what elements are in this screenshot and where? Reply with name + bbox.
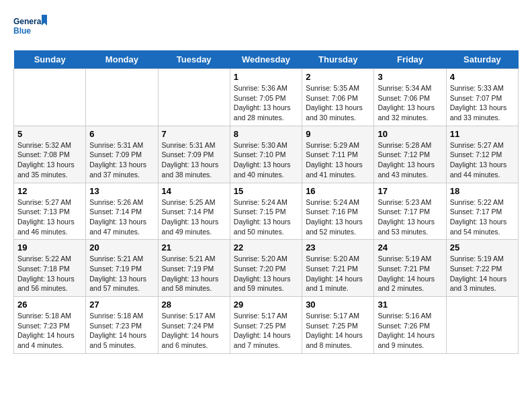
cell-content: Sunrise: 5:33 AMSunset: 7:07 PMDaylight:… <box>450 83 515 123</box>
day-number: 29 <box>234 300 298 310</box>
calendar-cell: 21Sunrise: 5:21 AMSunset: 7:19 PMDayligh… <box>158 240 230 297</box>
day-number: 5 <box>17 129 82 139</box>
day-number: 25 <box>450 242 515 253</box>
day-number: 27 <box>89 300 154 310</box>
cell-content: Sunrise: 5:21 AMSunset: 7:19 PMDaylight:… <box>162 254 226 293</box>
day-number: 22 <box>234 242 298 253</box>
calendar-week-row: 26Sunrise: 5:18 AMSunset: 7:23 PMDayligh… <box>14 297 519 354</box>
svg-marker-2 <box>42 15 47 26</box>
cell-content: Sunrise: 5:36 AMSunset: 7:05 PMDaylight:… <box>234 83 298 123</box>
calendar-cell: 20Sunrise: 5:21 AMSunset: 7:19 PMDayligh… <box>86 240 158 297</box>
day-number: 8 <box>234 129 298 139</box>
calendar-cell <box>14 69 86 126</box>
cell-content: Sunrise: 5:22 AMSunset: 7:17 PMDaylight:… <box>450 197 515 237</box>
cell-content: Sunrise: 5:20 AMSunset: 7:20 PMDaylight:… <box>234 254 298 293</box>
day-number: 14 <box>162 186 226 196</box>
day-number: 30 <box>306 300 370 310</box>
cell-content: Sunrise: 5:24 AMSunset: 7:15 PMDaylight:… <box>234 197 298 237</box>
day-number: 3 <box>378 72 442 82</box>
calendar-cell: 7Sunrise: 5:31 AMSunset: 7:09 PMDaylight… <box>158 126 230 183</box>
cell-content: Sunrise: 5:24 AMSunset: 7:16 PMDaylight:… <box>306 197 370 237</box>
calendar-week-row: 19Sunrise: 5:22 AMSunset: 7:18 PMDayligh… <box>14 240 519 297</box>
calendar-cell: 1Sunrise: 5:36 AMSunset: 7:05 PMDaylight… <box>230 69 302 126</box>
logo-svg: General Blue <box>13 13 47 44</box>
weekday-header-sunday: Sunday <box>14 50 86 69</box>
day-number: 20 <box>89 242 154 253</box>
calendar-cell: 15Sunrise: 5:24 AMSunset: 7:15 PMDayligh… <box>230 183 302 240</box>
cell-content: Sunrise: 5:30 AMSunset: 7:10 PMDaylight:… <box>234 140 298 180</box>
cell-content: Sunrise: 5:31 AMSunset: 7:09 PMDaylight:… <box>162 140 226 180</box>
day-number: 9 <box>306 129 370 139</box>
cell-content: Sunrise: 5:19 AMSunset: 7:21 PMDaylight:… <box>378 254 442 293</box>
svg-text:General: General <box>13 17 44 26</box>
day-number: 12 <box>17 186 82 196</box>
calendar-cell: 4Sunrise: 5:33 AMSunset: 7:07 PMDaylight… <box>446 69 518 126</box>
calendar-cell: 26Sunrise: 5:18 AMSunset: 7:23 PMDayligh… <box>14 297 86 354</box>
calendar-cell: 28Sunrise: 5:17 AMSunset: 7:24 PMDayligh… <box>158 297 230 354</box>
day-number: 18 <box>450 186 515 196</box>
cell-content: Sunrise: 5:20 AMSunset: 7:21 PMDaylight:… <box>306 254 370 293</box>
weekday-header-tuesday: Tuesday <box>158 50 230 69</box>
cell-content: Sunrise: 5:18 AMSunset: 7:23 PMDaylight:… <box>89 311 154 351</box>
calendar-cell: 12Sunrise: 5:27 AMSunset: 7:13 PMDayligh… <box>14 183 86 240</box>
cell-content: Sunrise: 5:32 AMSunset: 7:08 PMDaylight:… <box>17 140 82 180</box>
svg-text:Blue: Blue <box>13 26 31 36</box>
cell-content: Sunrise: 5:26 AMSunset: 7:14 PMDaylight:… <box>89 197 154 237</box>
day-number: 11 <box>450 129 515 139</box>
calendar-cell: 27Sunrise: 5:18 AMSunset: 7:23 PMDayligh… <box>86 297 158 354</box>
weekday-header-wednesday: Wednesday <box>230 50 302 69</box>
cell-content: Sunrise: 5:19 AMSunset: 7:22 PMDaylight:… <box>450 254 515 293</box>
calendar-cell <box>86 69 158 126</box>
cell-content: Sunrise: 5:34 AMSunset: 7:06 PMDaylight:… <box>378 83 442 123</box>
calendar-cell: 10Sunrise: 5:28 AMSunset: 7:12 PMDayligh… <box>374 126 446 183</box>
day-number: 23 <box>306 242 370 253</box>
calendar-cell: 22Sunrise: 5:20 AMSunset: 7:20 PMDayligh… <box>230 240 302 297</box>
calendar-cell: 6Sunrise: 5:31 AMSunset: 7:09 PMDaylight… <box>86 126 158 183</box>
calendar-cell <box>446 297 518 354</box>
cell-content: Sunrise: 5:27 AMSunset: 7:12 PMDaylight:… <box>450 140 515 180</box>
cell-content: Sunrise: 5:17 AMSunset: 7:25 PMDaylight:… <box>234 311 298 351</box>
calendar-week-row: 1Sunrise: 5:36 AMSunset: 7:05 PMDaylight… <box>14 69 519 126</box>
calendar-week-row: 5Sunrise: 5:32 AMSunset: 7:08 PMDaylight… <box>14 126 519 183</box>
day-number: 2 <box>306 72 370 82</box>
weekday-header-saturday: Saturday <box>446 50 518 69</box>
cell-content: Sunrise: 5:27 AMSunset: 7:13 PMDaylight:… <box>17 197 82 237</box>
calendar-cell: 11Sunrise: 5:27 AMSunset: 7:12 PMDayligh… <box>446 126 518 183</box>
cell-content: Sunrise: 5:18 AMSunset: 7:23 PMDaylight:… <box>17 311 82 351</box>
day-number: 15 <box>234 186 298 196</box>
weekday-header-row: SundayMondayTuesdayWednesdayThursdayFrid… <box>14 50 519 69</box>
day-number: 6 <box>89 129 154 139</box>
day-number: 31 <box>378 300 442 310</box>
cell-content: Sunrise: 5:31 AMSunset: 7:09 PMDaylight:… <box>89 140 154 180</box>
calendar-cell: 31Sunrise: 5:16 AMSunset: 7:26 PMDayligh… <box>374 297 446 354</box>
calendar-cell: 3Sunrise: 5:34 AMSunset: 7:06 PMDaylight… <box>374 69 446 126</box>
calendar-cell: 17Sunrise: 5:23 AMSunset: 7:17 PMDayligh… <box>374 183 446 240</box>
calendar-cell: 5Sunrise: 5:32 AMSunset: 7:08 PMDaylight… <box>14 126 86 183</box>
calendar-cell: 30Sunrise: 5:17 AMSunset: 7:25 PMDayligh… <box>302 297 374 354</box>
cell-content: Sunrise: 5:17 AMSunset: 7:24 PMDaylight:… <box>162 311 226 351</box>
day-number: 24 <box>378 242 442 253</box>
calendar-cell: 2Sunrise: 5:35 AMSunset: 7:06 PMDaylight… <box>302 69 374 126</box>
calendar-cell: 13Sunrise: 5:26 AMSunset: 7:14 PMDayligh… <box>86 183 158 240</box>
calendar-cell: 25Sunrise: 5:19 AMSunset: 7:22 PMDayligh… <box>446 240 518 297</box>
header: General Blue <box>13 13 519 44</box>
day-number: 7 <box>162 129 226 139</box>
logo: General Blue <box>13 13 47 44</box>
day-number: 28 <box>162 300 226 310</box>
calendar-week-row: 12Sunrise: 5:27 AMSunset: 7:13 PMDayligh… <box>14 183 519 240</box>
cell-content: Sunrise: 5:28 AMSunset: 7:12 PMDaylight:… <box>378 140 442 180</box>
cell-content: Sunrise: 5:22 AMSunset: 7:18 PMDaylight:… <box>17 254 82 293</box>
calendar-cell: 16Sunrise: 5:24 AMSunset: 7:16 PMDayligh… <box>302 183 374 240</box>
calendar-cell: 24Sunrise: 5:19 AMSunset: 7:21 PMDayligh… <box>374 240 446 297</box>
cell-content: Sunrise: 5:29 AMSunset: 7:11 PMDaylight:… <box>306 140 370 180</box>
weekday-header-friday: Friday <box>374 50 446 69</box>
calendar-cell: 9Sunrise: 5:29 AMSunset: 7:11 PMDaylight… <box>302 126 374 183</box>
day-number: 13 <box>89 186 154 196</box>
calendar-cell <box>158 69 230 126</box>
cell-content: Sunrise: 5:35 AMSunset: 7:06 PMDaylight:… <box>306 83 370 123</box>
calendar-cell: 18Sunrise: 5:22 AMSunset: 7:17 PMDayligh… <box>446 183 518 240</box>
day-number: 4 <box>450 72 515 82</box>
day-number: 19 <box>17 242 82 253</box>
day-number: 1 <box>234 72 298 82</box>
weekday-header-monday: Monday <box>86 50 158 69</box>
